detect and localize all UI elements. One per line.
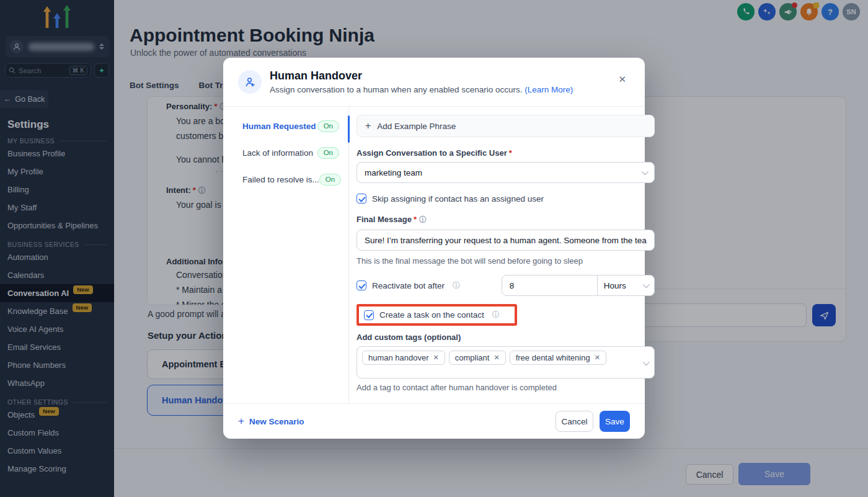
create-task-checkbox[interactable] (364, 310, 374, 320)
final-message-input[interactable]: Sure! I’m transferring your request to a… (356, 230, 655, 251)
scenario-settings-form: + Add Example Phrase Assign Conversation… (349, 107, 667, 403)
status-badge: On (317, 147, 339, 159)
final-message-help: This is the final message the bot will s… (356, 256, 655, 266)
human-handover-modal: Human Handover Assign conversation to a … (223, 58, 645, 439)
remove-tag-icon[interactable]: ✕ (494, 354, 499, 362)
reactivate-unit-select[interactable]: Hours (598, 275, 655, 296)
close-icon[interactable]: ✕ (618, 74, 626, 85)
skip-assigning-checkbox[interactable] (356, 194, 366, 204)
status-badge: On (319, 174, 341, 186)
custom-tags-help: Add a tag to contact after human handove… (356, 383, 655, 392)
reactivate-row: Reactivate bot after ⓘ 8 Hours (356, 275, 655, 296)
final-message-label: Final Message*ⓘ (356, 215, 655, 225)
learn-more-link[interactable]: (Learn More) (525, 85, 573, 94)
status-badge: On (317, 120, 339, 132)
create-task-highlight: Create a task on the contact ⓘ (356, 304, 517, 326)
new-scenario-button[interactable]: + New Scenario (238, 415, 304, 428)
remove-tag-icon[interactable]: ✕ (433, 354, 439, 362)
modal-title: Human Handover (270, 69, 573, 83)
add-example-phrase-button[interactable]: + Add Example Phrase (356, 115, 655, 137)
custom-tags-input[interactable]: human handover✕ compliant✕ free dental w… (356, 346, 655, 378)
active-scenario-indicator (348, 115, 350, 143)
tag-chip: free dental whitening✕ (510, 351, 606, 365)
info-icon: ⓘ (419, 215, 427, 224)
tag-chip: compliant✕ (449, 351, 506, 365)
modal-subtitle: Assign conversation to a human when any … (270, 85, 573, 94)
modal-footer: + New Scenario Cancel Save (223, 403, 645, 439)
assign-user-select[interactable]: marketing team (356, 162, 655, 183)
chevron-down-icon (643, 359, 650, 365)
custom-tags-label: Add custom tags (optional) (356, 333, 655, 342)
plus-icon: + (238, 415, 244, 428)
modal-cancel-button[interactable]: Cancel (556, 411, 593, 432)
reactivate-checkbox[interactable] (356, 280, 366, 290)
plus-icon: + (365, 120, 371, 132)
skip-assigning-row: Skip assigning if contact has an assigne… (356, 194, 655, 204)
modal-header: Human Handover Assign conversation to a … (223, 58, 645, 107)
chevron-down-icon (642, 168, 649, 175)
info-icon: ⓘ (492, 310, 500, 320)
chevron-down-icon (643, 281, 650, 288)
info-icon: ⓘ (453, 280, 460, 291)
scenario-failed-to-resolve[interactable]: Failed to resolve is... On (223, 166, 348, 193)
scenario-lack-of-information[interactable]: Lack of information On (223, 140, 348, 166)
scenario-nav: Human Requested On Lack of information O… (223, 107, 349, 403)
tag-chip: human handover✕ (362, 351, 445, 365)
scenario-human-requested[interactable]: Human Requested On (223, 113, 348, 140)
modal-save-button[interactable]: Save (600, 411, 630, 432)
user-handover-icon (238, 70, 262, 94)
assign-user-label: Assign Conversation to a Specific User* (356, 148, 655, 158)
reactivate-hours-input[interactable]: 8 (502, 275, 598, 296)
remove-tag-icon[interactable]: ✕ (595, 354, 600, 362)
